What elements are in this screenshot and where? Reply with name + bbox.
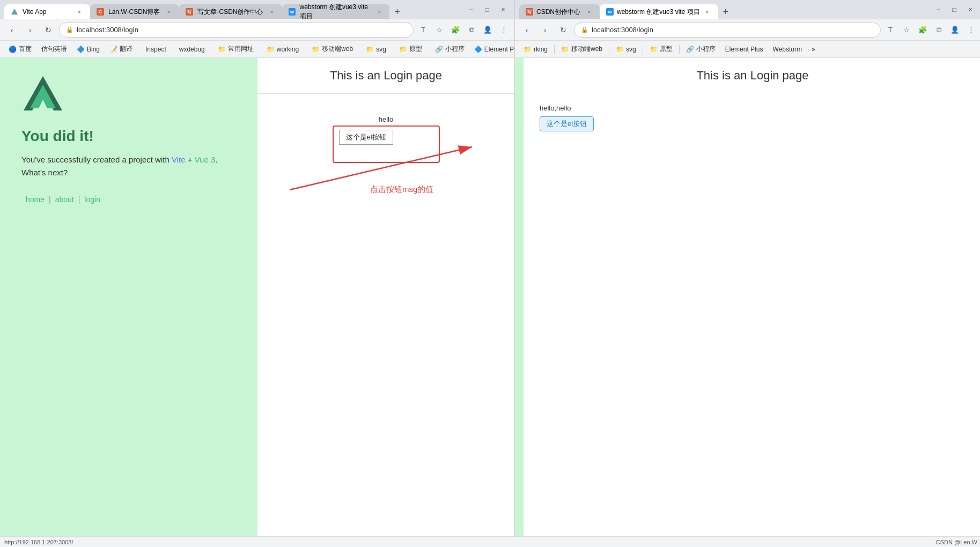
tab-csdn1-close[interactable]: × [164,8,173,16]
nav-login-link[interactable]: login [80,195,105,204]
rfolder-icon-3: 📁 [616,46,624,53]
rbookmark-yuanxing[interactable]: 📁 原型 [645,43,677,56]
rbm-sep-1 [554,45,555,54]
bing-icon: 🔷 [77,46,85,53]
rtab-csdn[interactable]: 写 CSDN创作中心 × [519,4,600,19]
bookmark-inspect[interactable]: Inspect [141,43,171,56]
address-bar-icons: T ☆ 🧩 ⧉ 👤 ⋮ [417,24,510,36]
right-main-content: This is an Login page hello,hello 这个是el按… [524,58,980,547]
rbookmark-mobile[interactable]: 📁 移动端web [557,43,607,56]
translate-icon[interactable]: T [417,24,430,36]
folder-icon-4: 📁 [366,46,374,53]
rtranslate-icon[interactable]: T [884,24,897,36]
vite-link[interactable]: Vite [172,155,186,164]
rmaximize-button[interactable]: □ [947,3,961,17]
rmobile-label: 移动端web [571,45,602,54]
rfolder-icon-4: 📁 [650,46,658,53]
browser-window-right: 写 CSDN创作中心 × W webstorm 创建vue3 vite 项目 ×… [515,0,980,547]
rtab-csdn-close[interactable]: × [585,8,593,16]
right-address-text: localhost:3008/login [592,26,653,34]
tab-write-label: 写文章-CSDN创作中心 [197,8,263,17]
tabs-row-right: 写 CSDN创作中心 × W webstorm 创建vue3 vite 项目 ×… [519,0,733,19]
bookmark-element[interactable]: 🔷 Element Plus [470,43,514,56]
rbookmark-svg[interactable]: 📁 svg [611,43,640,56]
bookmark-fangjuyingyu[interactable]: 仿句英语 [37,43,71,56]
maximize-button[interactable]: □ [480,3,494,17]
right-address-bar[interactable]: 🔒 localhost:3008/login [574,23,881,38]
tab-vite-app[interactable]: Vite App × [4,4,90,19]
ryuanxing-label: 原型 [660,45,673,54]
bookmarks-bar-left: 🔵 百度 仿句英语 🔷 Bing 📝 翻译 Inspect wxdebug 📁 … [0,41,514,58]
rstar-icon[interactable]: ☆ [900,24,913,36]
reload-button[interactable]: ↻ [41,23,56,38]
rminimize-button[interactable]: − [931,3,945,17]
main-page-content: This is an Login page hello 这个是el按钮 点击按钮… [257,58,514,547]
address-bar[interactable]: 🔒 localhost:3008/login [59,23,414,38]
tab-write[interactable]: 写 写文章-CSDN创作中心 × [179,4,282,19]
hello-label: hello [379,115,393,123]
bookmark-bing[interactable]: 🔷 Bing [72,43,104,56]
tab-write-close[interactable]: × [267,8,276,16]
rtab-ws-close[interactable]: × [703,8,712,16]
write-favicon-icon: 写 [186,8,193,16]
tab-ws-close[interactable]: × [376,8,384,16]
back-button[interactable]: ‹ [4,23,19,38]
bookmark-wxdebug[interactable]: wxdebug [175,43,209,56]
forward-button[interactable]: › [23,23,38,38]
rbookmark-element[interactable]: Element Plus [721,43,768,56]
rprofile-icon[interactable]: 👤 [948,24,961,36]
title-bar-right: 写 CSDN创作中心 × W webstorm 创建vue3 vite 项目 ×… [515,0,980,19]
rreload-button[interactable]: ↻ [556,23,571,38]
minimize-button[interactable]: − [464,3,478,17]
split-screen-icon[interactable]: ⧉ [465,24,478,36]
vue-link[interactable]: Vue 3 [195,155,216,164]
bookmark-working[interactable]: 📁 working [262,43,303,56]
rfolder-icon-2: 📁 [561,46,569,53]
rtab-ws[interactable]: W webstorm 创建vue3 vite 项目 × [600,4,718,19]
rbookmark-more[interactable]: » [807,43,820,56]
rsplit-icon[interactable]: ⧉ [932,24,945,36]
csdn1-favicon-icon: C [97,8,104,16]
rclose-button[interactable]: × [963,3,977,17]
annotation-arrow [257,136,504,201]
bookmark-translate[interactable]: 📝 翻译 [105,43,137,56]
login-section: hello 这个是el按钮 点击按钮msg的值 [257,94,514,243]
bookmark-translate-label: 翻译 [120,45,132,54]
close-button[interactable]: × [496,3,510,17]
extension-icon[interactable]: 🧩 [449,24,462,36]
rbookmark-xiaochengxu[interactable]: 🔗 小程序 [682,43,720,56]
svg-line-5 [290,147,472,190]
rlock-icon: 🔒 [581,26,588,33]
nav-home-link[interactable]: home [21,195,49,204]
tab-ws[interactable]: W webstorm 创建vue3 vite 项目 × [282,4,389,19]
lock-icon: 🔒 [66,26,73,33]
bookmark-mobile[interactable]: 📁 移动端web [307,43,357,56]
bookmark-baidu[interactable]: 🔵 百度 [4,43,36,56]
bookmark-star-icon[interactable]: ☆ [433,24,446,36]
rextension-icon[interactable]: 🧩 [916,24,929,36]
rback-button[interactable]: ‹ [519,23,534,38]
bookmark-yuanxing[interactable]: 📁 原型 [395,43,426,56]
rmore-icon[interactable]: ⋮ [964,24,977,36]
tab-csdn1[interactable]: C Lan.W-CSDN博客 × [90,4,179,19]
rws-favicon-icon: W [606,8,614,16]
bookmark-changyong[interactable]: 📁 常用网址 [213,43,258,56]
rbookmark-rking[interactable]: 📁 rking [519,43,552,56]
folder-icon-1: 📁 [218,46,226,53]
right-status-text: CSDN @Len.W [936,539,977,545]
rlink-icon-1: 🔗 [686,46,694,53]
right-el-button[interactable]: 这个是el按钮 [540,116,594,131]
nav-links: home | about | login [21,195,236,204]
more-menu-icon[interactable]: ⋮ [497,24,510,36]
rnew-tab-button[interactable]: + [718,4,733,19]
bookmark-svg[interactable]: 📁 svg [362,43,390,56]
svg-label: svg [376,46,386,53]
new-tab-button[interactable]: + [389,4,404,19]
right-page-area: This is an Login page hello,hello 这个是el按… [515,58,980,547]
rforward-button[interactable]: › [537,23,552,38]
profile-icon[interactable]: 👤 [481,24,494,36]
tab-vite-close[interactable]: × [75,8,84,16]
bookmark-xiaochengxu[interactable]: 🔗 小程序 [431,43,469,56]
rbookmark-webstorm[interactable]: Webstorm [768,43,806,56]
nav-about-link[interactable]: about [51,195,78,204]
